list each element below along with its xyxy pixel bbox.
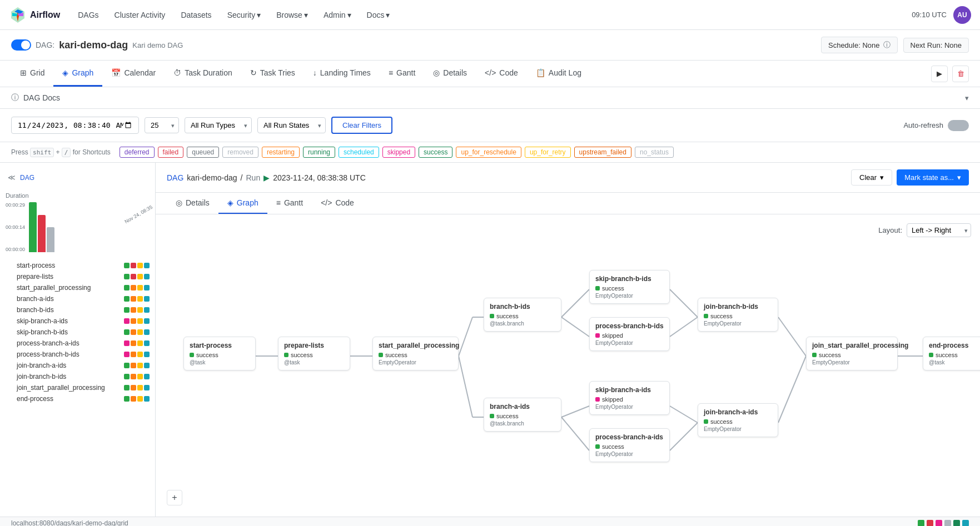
nav-dags[interactable]: DAGs [71,7,105,23]
status-scheduled[interactable]: scheduled [339,147,379,158]
node-branch-b-ids[interactable]: branch-b-ids success @task.branch [484,298,561,332]
task-row[interactable]: join_start_parallel_processing [0,382,155,393]
tab-details[interactable]: ◎ Details [424,61,476,87]
status-skipped[interactable]: skipped [382,147,415,158]
task-row[interactable]: branch-b-ids [0,304,155,315]
graph-area[interactable]: start-process success @task prepare-list… [156,214,980,517]
dag-label: DAG: [36,41,54,49]
count-select[interactable]: 25 50 100 [145,117,179,133]
auto-refresh-label: Auto-refresh [903,121,943,129]
run-tab-graph[interactable]: ◈ Graph [218,193,267,214]
task-tries-icon: ↻ [250,68,257,77]
chevron-down-icon: ▾ [957,173,961,182]
task-row[interactable]: skip-branch-a-ids [0,315,155,327]
nav-browse[interactable]: Browse ▾ [270,7,315,23]
status-deferred[interactable]: deferred [120,147,155,158]
task-row[interactable]: process-branch-a-ids [0,338,155,349]
tab-task-duration[interactable]: ⏱ Task Duration [165,61,241,87]
task-row[interactable]: prepare-lists [0,271,155,282]
tab-grid[interactable]: ⊞ Grid [11,61,53,87]
task-row[interactable]: branch-a-ids [0,293,155,304]
nav-docs[interactable]: Docs ▾ [360,7,397,23]
task-row[interactable]: join-branch-a-ids [0,360,155,371]
status-failed[interactable]: failed [158,147,184,158]
right-area: DAG kari-demo-dag / Run ▶ 2023-11-24, 08… [156,163,980,517]
collapse-button[interactable]: ≪ [6,171,18,184]
airflow-logo [9,6,27,24]
status-no-status[interactable]: no_status [635,147,674,158]
run-type-select[interactable]: All Run Types [185,117,252,133]
status-upstream-failed[interactable]: upstream_failed [574,147,631,158]
tab-task-tries[interactable]: ↻ Task Tries [241,61,304,87]
dag-docs-bar[interactable]: ⓘ DAG Docs ▾ [0,87,980,109]
tab-code[interactable]: </> Code [476,61,527,87]
legend-green2 [953,520,960,526]
status-success[interactable]: success [419,147,452,158]
node-tag: @task.branch [490,320,555,327]
svg-line-15 [561,406,589,417]
tab-audit-log[interactable]: 📋 Audit Log [527,61,590,87]
tab-graph[interactable]: ◈ Graph [53,61,102,87]
tab-gantt[interactable]: ≡ Gantt [380,61,424,87]
node-end-process[interactable]: end-process success @task [923,337,980,370]
node-join-branch-a-ids[interactable]: join-branch-a-ids success EmptyOperator [698,403,778,437]
run-play-icon: ▶ [263,173,270,182]
dot-info [144,263,150,268]
tab-calendar[interactable]: 📅 Calendar [102,61,165,87]
nav-security[interactable]: Security ▾ [221,7,268,23]
nav-admin[interactable]: Admin ▾ [317,7,358,23]
node-skip-branch-a-ids[interactable]: skip-branch-a-ids skipped EmptyOperator [589,381,670,415]
status-up-for-retry[interactable]: up_for_retry [525,147,571,158]
node-status: skipped [595,332,664,339]
task-row[interactable]: start-process [0,260,155,271]
status-up-for-reschedule[interactable]: up_for_reschedule [456,147,521,158]
node-join-branch-b-ids[interactable]: join-branch-b-ids success EmptyOperator [698,298,778,332]
layout-select[interactable]: Left -> Right Top -> Bottom [907,223,971,237]
run-tab-details[interactable]: ◎ Details [167,193,218,214]
run-tab-gantt[interactable]: ≡ Gantt [267,193,312,214]
tab-landing-times[interactable]: ↓ Landing Times [304,61,380,87]
date-filter[interactable] [11,117,139,134]
task-row[interactable]: join-branch-b-ids [0,371,155,382]
node-prepare-lists[interactable]: prepare-lists success @task [278,337,350,370]
node-skip-branch-b-ids[interactable]: skip-branch-b-ids success EmptyOperator [589,270,670,304]
node-process-branch-a-ids[interactable]: process-branch-a-ids success EmptyOperat… [589,428,670,462]
node-branch-a-ids[interactable]: branch-a-ids success @task.branch [484,398,561,432]
mark-state-button[interactable]: Mark state as... ▾ [897,169,969,186]
node-join-start-parallel-processing[interactable]: join_start_parallel_processing success E… [806,337,898,370]
node-start-parallel-processing[interactable]: start_parallel_processing success EmptyO… [372,337,459,370]
status-dot [704,419,708,424]
nav-datasets[interactable]: Datasets [174,7,218,23]
status-dot [490,414,494,418]
schedule-info-icon[interactable]: ⓘ [883,40,891,50]
auto-refresh-toggle[interactable] [948,120,969,131]
dag-toggle[interactable] [11,39,31,51]
run-dag-link[interactable]: DAG [167,173,183,182]
task-row[interactable]: process-branch-b-ids [0,349,155,360]
status-queued[interactable]: queued [187,147,219,158]
node-status: success [704,418,772,425]
run-tab-code[interactable]: </> Code [312,193,363,214]
node-process-branch-b-ids[interactable]: process-branch-b-ids skipped EmptyOperat… [589,317,670,351]
node-start-process[interactable]: start-process success @task [183,337,256,370]
clear-filters-button[interactable]: Clear Filters [331,117,392,134]
schedule-label: Schedule: None [828,41,880,49]
svg-line-18 [670,423,698,450]
node-tag: @task [929,359,980,365]
run-state-select[interactable]: All Run States [257,117,326,133]
zoom-in-button[interactable]: + [167,490,182,505]
play-button[interactable]: ▶ [931,66,948,82]
delete-button[interactable]: 🗑 [952,66,969,82]
nav-cluster-activity[interactable]: Cluster Activity [108,7,172,23]
status-restarting[interactable]: restarting [262,147,300,158]
status-running[interactable]: running [303,147,335,158]
logo[interactable]: Airflow [9,6,60,24]
avatar[interactable]: AU [953,6,971,24]
clear-button[interactable]: Clear ▾ [851,169,892,186]
task-row[interactable]: start_parallel_processing [0,282,155,293]
gantt-icon: ≡ [276,198,281,207]
status-removed[interactable]: removed [222,147,258,158]
task-row[interactable]: end-process [0,393,155,404]
chart-date-label: Nov 24, 08:35 [123,204,153,224]
task-row[interactable]: skip-branch-b-ids [0,327,155,338]
